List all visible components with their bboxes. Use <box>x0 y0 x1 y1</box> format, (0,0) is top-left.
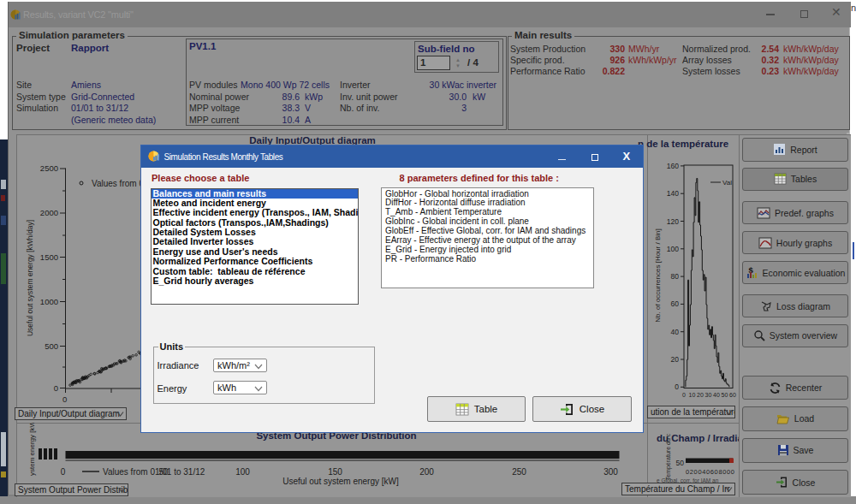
svg-text:20: 20 <box>697 392 704 398</box>
svg-text:Useful out system energy [kW]: Useful out system energy [kW] <box>282 477 399 486</box>
svg-text:100: 100 <box>235 467 250 477</box>
svg-text:0: 0 <box>53 383 57 393</box>
svg-text:160: 160 <box>667 162 679 170</box>
svg-text:40: 40 <box>713 392 720 398</box>
svg-text:50: 50 <box>722 392 728 398</box>
svg-text:10: 10 <box>689 392 696 398</box>
svg-text:80: 80 <box>671 272 680 281</box>
svg-text:0: 0 <box>675 382 679 391</box>
svg-text:Useful out system energy [kWh/: Useful out system energy [kWh/day] <box>26 219 34 335</box>
svg-text:30: 30 <box>705 392 712 398</box>
svg-text:Values from 01/01 to 31/12: Values from 01/01 to 31/12 <box>103 467 205 477</box>
svg-text:Nb. of occurrences [Hour / Bin: Nb. of occurrences [Hour / Bin] <box>654 228 662 322</box>
svg-text:0: 0 <box>60 467 65 477</box>
svg-text:1000: 1000 <box>39 297 57 306</box>
svg-text:60: 60 <box>729 392 736 398</box>
svg-text:2500: 2500 <box>39 163 57 173</box>
svg-text:140: 140 <box>667 189 679 198</box>
svg-text:60: 60 <box>671 299 680 308</box>
svg-text:40: 40 <box>671 327 680 335</box>
svg-text:20: 20 <box>671 355 680 364</box>
svg-text:100: 100 <box>667 244 679 252</box>
svg-text:0: 0 <box>62 394 67 404</box>
svg-text:120: 120 <box>667 216 679 225</box>
svg-text:1500: 1500 <box>39 252 57 262</box>
svg-text:Température du c: Température du c <box>665 433 672 480</box>
svg-text:200: 200 <box>419 467 434 477</box>
svg-text:500: 500 <box>45 341 58 351</box>
svg-text:ystem energy [kW: ystem energy [kW <box>28 423 36 476</box>
svg-text:020040608000: 020040608000 <box>686 468 734 476</box>
svg-text:250: 250 <box>512 467 526 477</box>
svg-text:150: 150 <box>328 467 342 477</box>
svg-text:Val: Val <box>722 179 732 187</box>
svg-text:2000: 2000 <box>39 208 57 217</box>
svg-text:50: 50 <box>676 459 685 467</box>
svg-text:0: 0 <box>682 392 686 398</box>
svg-text:300: 300 <box>603 467 618 477</box>
